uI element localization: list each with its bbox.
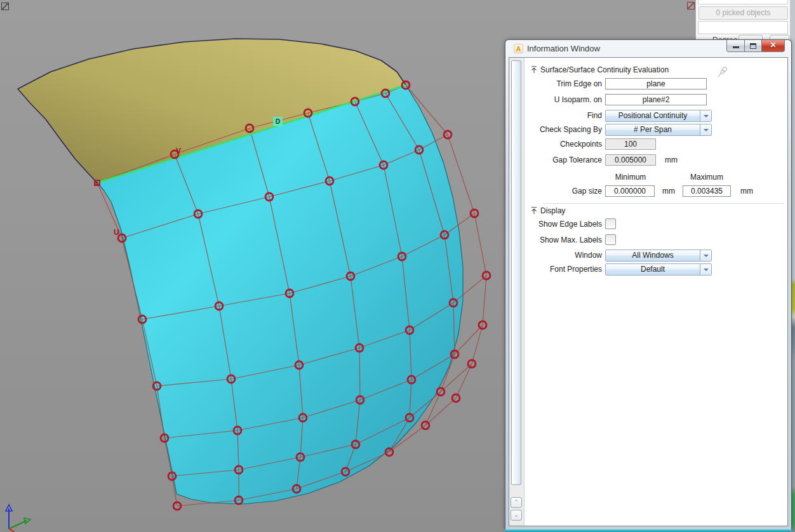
- minmax-header-row: Minimum Maximum: [525, 171, 787, 184]
- maximize-button[interactable]: [745, 40, 762, 52]
- svg-text:U: U: [114, 228, 119, 237]
- scroll-down-button[interactable]: ⌄: [511, 510, 522, 521]
- gap-size-max-field[interactable]: 0.003435: [683, 185, 731, 197]
- gap-size-row: Gap size 0.000000 mm 0.003435 mm: [525, 185, 787, 198]
- trim-edge-row: Trim Edge on plane: [525, 78, 787, 91]
- show-edge-labels-checkbox[interactable]: [605, 218, 616, 229]
- trim-edge-field[interactable]: plane: [605, 78, 707, 90]
- gap-size-label: Gap size: [525, 187, 602, 196]
- window-label: Window: [525, 251, 602, 260]
- minimum-header: Minimum: [605, 173, 656, 182]
- collapse-section-icon[interactable]: [530, 65, 538, 74]
- gap-tolerance-field[interactable]: 0.005000: [605, 154, 656, 166]
- u-isoparm-field[interactable]: plane#2: [605, 94, 707, 105]
- viewport-resize-icon-topleft[interactable]: [1, 1, 9, 9]
- scroll-up-button[interactable]: ⌃: [511, 497, 522, 508]
- display-header-row: Display: [525, 206, 787, 218]
- scrollbar-thumb[interactable]: [511, 60, 521, 485]
- svg-text:V: V: [176, 147, 181, 156]
- minimize-icon: [733, 46, 739, 48]
- show-max-labels-row: Show Max. Labels: [525, 234, 787, 247]
- window-dropdown-value: All Windows: [606, 250, 700, 261]
- minimize-button[interactable]: [726, 40, 745, 52]
- checkpoints-field[interactable]: 100: [605, 138, 656, 150]
- window-title: Information Window: [527, 44, 600, 53]
- window-dropdown[interactable]: All Windows: [605, 249, 712, 262]
- find-dropdown[interactable]: Positional Continuity: [605, 110, 712, 122]
- information-window: A Information Window ✕ ⌃ ⌄ Surface/Surfa…: [505, 39, 792, 529]
- close-button[interactable]: ✕: [762, 40, 785, 52]
- chevron-down-icon: [700, 110, 711, 121]
- font-properties-dropdown[interactable]: Default: [605, 263, 712, 276]
- chevron-down-icon: [700, 124, 711, 135]
- section-header-row: Surface/Surface Continuity Evaluation: [525, 65, 787, 77]
- gap-tolerance-label: Gap Tolerance: [525, 156, 602, 164]
- font-properties-row: Font Properties Default: [525, 263, 787, 276]
- continuity-form: Surface/Surface Continuity Evaluation Tr…: [525, 58, 787, 526]
- gap-tolerance-unit: mm: [665, 156, 678, 164]
- show-max-labels-label: Show Max. Labels: [525, 236, 602, 244]
- window-content: ⌃ ⌄ Surface/Surface Continuity Evaluatio…: [509, 57, 788, 526]
- caption-buttons: ✕: [726, 40, 785, 52]
- show-max-labels-checkbox[interactable]: [605, 234, 616, 245]
- find-label: Find: [525, 111, 602, 120]
- scrollbar[interactable]: ⌃ ⌄: [509, 58, 524, 526]
- show-edge-labels-row: Show Edge Labels: [525, 218, 787, 231]
- section2-title: Display: [540, 206, 565, 215]
- find-row: Find Positional Continuity: [525, 110, 787, 123]
- panel-top-field: [698, 0, 788, 4]
- checkpoints-label: Checkpoints: [525, 140, 602, 149]
- picked-objects-button[interactable]: 0 picked objects: [698, 6, 788, 20]
- u-isoparm-label: U Isoparm. on: [525, 95, 602, 104]
- window-bottom-glow: [505, 529, 792, 532]
- gap-size-max-unit: mm: [740, 187, 753, 196]
- svg-text:D: D: [276, 118, 280, 125]
- maximum-header: Maximum: [683, 173, 731, 182]
- panel-input-field[interactable]: [698, 21, 788, 34]
- gap-size-min-unit: mm: [662, 187, 675, 196]
- close-icon: ✕: [762, 41, 784, 50]
- svg-text:B: B: [95, 180, 99, 186]
- alias-app-icon: A: [514, 44, 523, 53]
- check-spacing-row: Check Spacing By # Per Span: [525, 124, 787, 136]
- check-spacing-label: Check Spacing By: [525, 125, 602, 134]
- gap-size-min-field[interactable]: 0.000000: [605, 185, 655, 197]
- chevron-down-icon: [700, 264, 711, 275]
- section-divider: [543, 203, 784, 204]
- u-isoparm-row: U Isoparm. on plane#2: [525, 94, 787, 107]
- titlebar[interactable]: A Information Window ✕: [505, 40, 791, 57]
- gap-tolerance-row: Gap Tolerance 0.005000 mm: [525, 154, 787, 167]
- alias-application-screen: BUVD 0 picked objects Degree A: [0, 0, 795, 532]
- checkpoints-row: Checkpoints 100: [525, 138, 787, 151]
- chevron-down-icon: [700, 250, 711, 261]
- font-properties-label: Font Properties: [525, 265, 602, 274]
- find-dropdown-value: Positional Continuity: [606, 110, 700, 121]
- check-spacing-value: # Per Span: [606, 124, 700, 135]
- font-properties-value: Default: [606, 264, 700, 275]
- window-row: Window All Windows: [525, 249, 787, 262]
- collapse-section-icon[interactable]: [530, 206, 538, 215]
- viewport-resize-icon-topright[interactable]: [687, 1, 695, 8]
- check-spacing-dropdown[interactable]: # Per Span: [605, 124, 712, 136]
- section1-title: Surface/Surface Continuity Evaluation: [540, 65, 669, 74]
- show-edge-labels-label: Show Edge Labels: [525, 220, 602, 229]
- trim-edge-label: Trim Edge on: [525, 79, 602, 88]
- maximize-icon: [750, 43, 756, 49]
